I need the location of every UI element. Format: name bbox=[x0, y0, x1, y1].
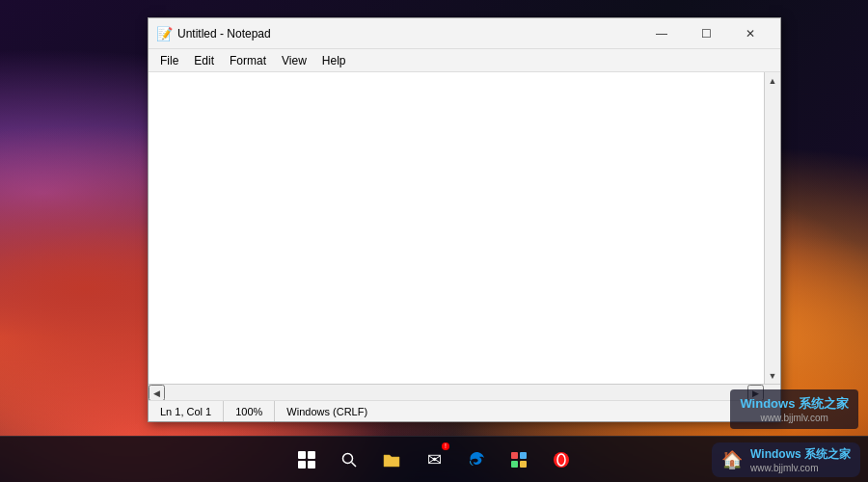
edge-icon bbox=[467, 450, 486, 469]
taskbar-icons: ✉ ! bbox=[287, 441, 581, 479]
scroll-down-button[interactable]: ▼ bbox=[765, 367, 781, 384]
tray-text: Windows 系统之家 www.bjjmlv.com bbox=[750, 446, 851, 473]
tray-title: Windows 系统之家 bbox=[750, 446, 851, 463]
svg-rect-4 bbox=[511, 461, 518, 468]
watermark: Windows 系统之家 www.bjjmlv.com bbox=[730, 389, 858, 429]
svg-rect-3 bbox=[520, 452, 527, 459]
vertical-scrollbar[interactable]: ▲ ▼ bbox=[764, 72, 780, 384]
watermark-title: Windows 系统之家 bbox=[740, 395, 849, 413]
notepad-icon: 📝 bbox=[156, 26, 173, 41]
notepad-window: 📝 Untitled - Notepad — ☐ ✕ File Edit For… bbox=[148, 17, 781, 422]
windows-logo-icon bbox=[298, 451, 315, 469]
scroll-track bbox=[765, 89, 780, 367]
tray-area: 🏠 Windows 系统之家 www.bjjmlv.com bbox=[712, 442, 860, 477]
svg-rect-2 bbox=[511, 452, 518, 459]
app-icon: 📝 bbox=[156, 26, 172, 41]
notification-badge: ! bbox=[442, 442, 449, 450]
minimize-button[interactable]: — bbox=[639, 18, 684, 49]
h-scroll-track bbox=[165, 385, 747, 400]
file-explorer-button[interactable] bbox=[372, 441, 411, 479]
edge-browser-button[interactable] bbox=[457, 441, 496, 479]
zoom-text: 100% bbox=[235, 406, 262, 417]
editor-container: ▲ ▼ bbox=[149, 72, 780, 384]
folder-icon bbox=[382, 451, 401, 469]
search-icon bbox=[340, 451, 358, 469]
scroll-left-button[interactable]: ◀ bbox=[149, 385, 165, 401]
line-ending-text: Windows (CRLF) bbox=[286, 406, 367, 417]
search-button[interactable] bbox=[330, 441, 368, 479]
menu-help[interactable]: Help bbox=[314, 52, 354, 69]
scroll-up-button[interactable]: ▲ bbox=[765, 72, 781, 89]
mail-button[interactable]: ✉ ! bbox=[415, 441, 453, 479]
home-icon: 🏠 bbox=[721, 449, 743, 470]
title-bar: 📝 Untitled - Notepad — ☐ ✕ bbox=[149, 18, 780, 49]
status-bar: Ln 1, Col 1 100% Windows (CRLF) bbox=[149, 400, 780, 421]
menu-bar: File Edit Format View Help bbox=[149, 49, 780, 72]
menu-view[interactable]: View bbox=[274, 52, 314, 69]
svg-point-0 bbox=[343, 453, 353, 463]
store-button[interactable] bbox=[500, 441, 538, 479]
system-tray: 🏠 Windows 系统之家 www.bjjmlv.com bbox=[712, 442, 868, 477]
taskbar: ✉ ! bbox=[0, 436, 868, 482]
maximize-button[interactable]: ☐ bbox=[684, 18, 728, 49]
watermark-url: www.bjjmlv.com bbox=[740, 413, 849, 423]
start-button[interactable] bbox=[287, 441, 326, 479]
desktop: 📝 Untitled - Notepad — ☐ ✕ File Edit For… bbox=[0, 0, 868, 482]
editor-textarea[interactable] bbox=[149, 72, 764, 384]
svg-rect-5 bbox=[520, 461, 527, 468]
store-icon bbox=[509, 450, 529, 469]
close-button[interactable]: ✕ bbox=[728, 18, 773, 49]
opera-button[interactable] bbox=[542, 441, 581, 479]
horizontal-scrollbar-container: ◀ ▶ bbox=[149, 384, 780, 400]
window-controls: — ☐ ✕ bbox=[639, 18, 773, 49]
line-ending: Windows (CRLF) bbox=[275, 401, 379, 421]
tray-url: www.bjjmlv.com bbox=[750, 463, 851, 473]
menu-file[interactable]: File bbox=[152, 52, 186, 69]
menu-format[interactable]: Format bbox=[222, 52, 274, 69]
cursor-position-text: Ln 1, Col 1 bbox=[160, 406, 211, 417]
cursor-position: Ln 1, Col 1 bbox=[149, 401, 224, 421]
opera-icon bbox=[552, 450, 571, 469]
window-title: Untitled - Notepad bbox=[177, 27, 639, 40]
svg-line-1 bbox=[352, 462, 357, 467]
zoom-level: 100% bbox=[224, 401, 275, 421]
menu-edit[interactable]: Edit bbox=[186, 52, 222, 69]
mail-icon: ✉ bbox=[427, 449, 442, 470]
